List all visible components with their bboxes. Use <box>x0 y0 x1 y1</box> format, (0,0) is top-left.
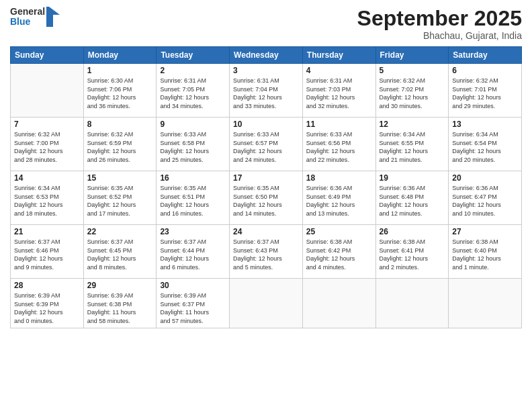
col-friday: Friday <box>375 47 449 64</box>
day-info: Sunrise: 6:38 AMSunset: 6:42 PMDaylight:… <box>306 238 372 271</box>
day-info: Sunrise: 6:35 AMSunset: 6:52 PMDaylight:… <box>87 184 153 218</box>
day-number: 3 <box>233 66 299 75</box>
day-info: Sunrise: 6:31 AMSunset: 7:05 PMDaylight:… <box>160 77 226 110</box>
day-info: Sunrise: 6:34 AMSunset: 6:54 PMDaylight:… <box>452 130 518 164</box>
day-number: 18 <box>306 173 372 183</box>
day-number: 2 <box>160 66 226 75</box>
day-number: 29 <box>87 281 153 290</box>
day-number: 27 <box>452 227 518 236</box>
day-number: 1 <box>87 66 153 75</box>
table-row: 23Sunrise: 6:37 AMSunset: 6:44 PMDayligh… <box>157 225 230 279</box>
table-row: 9Sunrise: 6:33 AMSunset: 6:58 PMDaylight… <box>157 118 230 171</box>
day-info: Sunrise: 6:38 AMSunset: 6:40 PMDaylight:… <box>452 238 518 271</box>
day-info: Sunrise: 6:38 AMSunset: 6:41 PMDaylight:… <box>380 238 445 271</box>
logo-blue: Blue <box>10 17 45 27</box>
day-number: 28 <box>14 281 80 290</box>
logo: General Blue <box>10 7 60 28</box>
col-saturday: Saturday <box>449 47 522 64</box>
table-row: 11Sunrise: 6:33 AMSunset: 6:56 PMDayligh… <box>302 118 375 171</box>
day-number: 21 <box>14 227 80 236</box>
day-number: 26 <box>380 227 445 236</box>
day-info: Sunrise: 6:39 AMSunset: 6:37 PMDaylight:… <box>160 291 226 325</box>
table-row: 20Sunrise: 6:36 AMSunset: 6:47 PMDayligh… <box>449 171 522 225</box>
table-row <box>375 279 449 328</box>
table-row: 13Sunrise: 6:34 AMSunset: 6:54 PMDayligh… <box>449 118 522 171</box>
table-row: 25Sunrise: 6:38 AMSunset: 6:42 PMDayligh… <box>302 225 375 279</box>
table-row: 28Sunrise: 6:39 AMSunset: 6:39 PMDayligh… <box>11 279 84 328</box>
table-row: 22Sunrise: 6:37 AMSunset: 6:45 PMDayligh… <box>83 225 157 279</box>
day-number: 17 <box>233 173 299 183</box>
table-row: 30Sunrise: 6:39 AMSunset: 6:37 PMDayligh… <box>157 279 230 328</box>
day-info: Sunrise: 6:34 AMSunset: 6:55 PMDaylight:… <box>380 130 445 164</box>
table-row: 17Sunrise: 6:35 AMSunset: 6:50 PMDayligh… <box>230 171 303 225</box>
table-row: 16Sunrise: 6:35 AMSunset: 6:51 PMDayligh… <box>157 171 230 225</box>
day-info: Sunrise: 6:33 AMSunset: 6:56 PMDaylight:… <box>306 130 372 164</box>
svg-marker-0 <box>46 7 60 27</box>
table-row: 19Sunrise: 6:36 AMSunset: 6:48 PMDayligh… <box>375 171 449 225</box>
day-info: Sunrise: 6:34 AMSunset: 6:53 PMDaylight:… <box>14 184 80 218</box>
day-info: Sunrise: 6:31 AMSunset: 7:04 PMDaylight:… <box>233 77 299 110</box>
day-number: 30 <box>160 281 226 290</box>
day-info: Sunrise: 6:35 AMSunset: 6:51 PMDaylight:… <box>160 184 226 218</box>
calendar-table: Sunday Monday Tuesday Wednesday Thursday… <box>10 46 522 328</box>
col-sunday: Sunday <box>11 47 84 64</box>
col-monday: Monday <box>83 47 157 64</box>
day-info: Sunrise: 6:39 AMSunset: 6:39 PMDaylight:… <box>14 291 80 325</box>
day-info: Sunrise: 6:32 AMSunset: 7:02 PMDaylight:… <box>380 77 445 110</box>
day-number: 7 <box>14 120 80 129</box>
day-number: 11 <box>306 120 372 129</box>
col-tuesday: Tuesday <box>157 47 230 64</box>
day-number: 19 <box>380 173 445 183</box>
header: General Blue September 2025 Bhachau, Guj… <box>10 7 522 41</box>
day-info: Sunrise: 6:35 AMSunset: 6:50 PMDaylight:… <box>233 184 299 218</box>
day-info: Sunrise: 6:36 AMSunset: 6:47 PMDaylight:… <box>452 184 518 218</box>
table-row: 24Sunrise: 6:37 AMSunset: 6:43 PMDayligh… <box>230 225 303 279</box>
day-info: Sunrise: 6:30 AMSunset: 7:06 PMDaylight:… <box>87 77 153 110</box>
day-info: Sunrise: 6:37 AMSunset: 6:43 PMDaylight:… <box>233 238 299 271</box>
table-row: 1Sunrise: 6:30 AMSunset: 7:06 PMDaylight… <box>83 64 157 118</box>
day-number: 8 <box>87 120 153 129</box>
day-number: 23 <box>160 227 226 236</box>
table-row: 4Sunrise: 6:31 AMSunset: 7:03 PMDaylight… <box>302 64 375 118</box>
table-row: 6Sunrise: 6:32 AMSunset: 7:01 PMDaylight… <box>449 64 522 118</box>
day-number: 24 <box>233 227 299 236</box>
table-row: 3Sunrise: 6:31 AMSunset: 7:04 PMDaylight… <box>230 64 303 118</box>
day-number: 15 <box>87 173 153 183</box>
table-row: 5Sunrise: 6:32 AMSunset: 7:02 PMDaylight… <box>375 64 449 118</box>
table-row: 29Sunrise: 6:39 AMSunset: 6:38 PMDayligh… <box>83 279 157 328</box>
day-number: 20 <box>452 173 518 183</box>
day-info: Sunrise: 6:32 AMSunset: 7:01 PMDaylight:… <box>452 77 518 110</box>
day-info: Sunrise: 6:31 AMSunset: 7:03 PMDaylight:… <box>306 77 372 110</box>
col-thursday: Thursday <box>302 47 375 64</box>
day-number: 5 <box>380 66 445 75</box>
table-row <box>302 279 375 328</box>
day-info: Sunrise: 6:36 AMSunset: 6:48 PMDaylight:… <box>380 184 445 218</box>
table-row: 8Sunrise: 6:32 AMSunset: 6:59 PMDaylight… <box>83 118 157 171</box>
logo-text: General Blue <box>10 7 45 28</box>
day-info: Sunrise: 6:37 AMSunset: 6:45 PMDaylight:… <box>87 238 153 271</box>
table-row <box>11 64 84 118</box>
day-info: Sunrise: 6:33 AMSunset: 6:58 PMDaylight:… <box>160 130 226 164</box>
header-row: Sunday Monday Tuesday Wednesday Thursday… <box>11 47 522 64</box>
page: General Blue September 2025 Bhachau, Guj… <box>0 0 532 411</box>
logo-general: General <box>10 7 45 17</box>
day-number: 16 <box>160 173 226 183</box>
table-row: 7Sunrise: 6:32 AMSunset: 7:00 PMDaylight… <box>11 118 84 171</box>
table-row: 10Sunrise: 6:33 AMSunset: 6:57 PMDayligh… <box>230 118 303 171</box>
table-row: 18Sunrise: 6:36 AMSunset: 6:49 PMDayligh… <box>302 171 375 225</box>
day-number: 22 <box>87 227 153 236</box>
day-info: Sunrise: 6:36 AMSunset: 6:49 PMDaylight:… <box>306 184 372 218</box>
day-info: Sunrise: 6:32 AMSunset: 7:00 PMDaylight:… <box>14 130 80 164</box>
table-row <box>230 279 303 328</box>
table-row: 26Sunrise: 6:38 AMSunset: 6:41 PMDayligh… <box>375 225 449 279</box>
day-info: Sunrise: 6:37 AMSunset: 6:46 PMDaylight:… <box>14 238 80 271</box>
day-number: 4 <box>306 66 372 75</box>
day-info: Sunrise: 6:32 AMSunset: 6:59 PMDaylight:… <box>87 130 153 164</box>
table-row: 14Sunrise: 6:34 AMSunset: 6:53 PMDayligh… <box>11 171 84 225</box>
day-number: 13 <box>452 120 518 129</box>
logo-icon <box>46 7 60 27</box>
day-number: 9 <box>160 120 226 129</box>
col-wednesday: Wednesday <box>230 47 303 64</box>
day-number: 25 <box>306 227 372 236</box>
table-row <box>449 279 522 328</box>
